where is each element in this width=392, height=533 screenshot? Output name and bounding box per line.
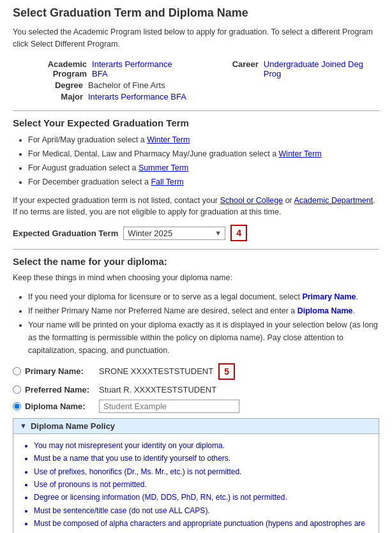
preferred-name-value: Stuart R. XXXXTESTSTUDENT [99, 385, 216, 394]
policy-item-2: Must be a name that you use to identify … [34, 452, 371, 465]
diploma-bullet-1: If you need your diploma for licensure o… [28, 290, 379, 303]
diploma-name-radio[interactable] [13, 402, 21, 410]
policy-item-1: You may not misrepresent your identity o… [34, 439, 371, 452]
graduation-bullet-1: For April/May graduation select a Winter… [28, 133, 379, 146]
policy-box: ▼ Diploma Name Policy You may not misrep… [13, 418, 379, 533]
winter-term-link-1[interactable]: Winter Term [147, 135, 190, 144]
primary-name-label: Primary Name: [25, 366, 95, 376]
policy-item-4: Use of pronouns is not permitted. [34, 478, 371, 491]
degree-value: Bachelor of Fine Arts [88, 80, 165, 90]
academic-info: Academic Program Interarts Performance B… [13, 59, 379, 101]
step-5-badge: 5 [218, 363, 235, 380]
diploma-name-row: Diploma Name: [13, 400, 379, 413]
fall-term-link[interactable]: Fall Term [151, 177, 183, 186]
major-label: Major [13, 92, 83, 101]
policy-item-6: Must be sentence/title case (do not use … [34, 504, 371, 517]
career-value: Undergraduate Joined Deg Prog [264, 59, 379, 79]
diploma-name-label: Diploma Name: [25, 402, 95, 411]
primary-name-radio[interactable] [13, 367, 21, 375]
graduation-term-select[interactable]: Winter 2025 Summer 2025 Fall 2025 [123, 227, 225, 240]
diploma-name-input[interactable] [99, 400, 239, 413]
summer-term-link[interactable]: Summer Term [139, 163, 188, 172]
intro-text: You selected the Academic Program listed… [13, 26, 379, 50]
preferred-name-label: Preferred Name: [25, 385, 95, 394]
diploma-name-link[interactable]: Diploma Name [298, 306, 353, 315]
step-4-badge: 4 [230, 225, 247, 241]
program-label: Academic Program [13, 59, 87, 79]
academic-dept-link[interactable]: Academic Department [294, 196, 373, 205]
diploma-bullet-2: If neither Primary Name nor Preferred Na… [28, 304, 379, 317]
degree-label: Degree [13, 80, 83, 90]
diploma-bullets: If you need your diploma for licensure o… [28, 290, 379, 357]
primary-name-row: Primary Name: SRONE XXXXTESTSTUDENT 5 [13, 363, 379, 380]
graduation-note: If your expected graduation term is not … [13, 195, 379, 219]
policy-header[interactable]: ▼ Diploma Name Policy [13, 419, 379, 434]
policy-item-5: Degree or licensing information (MD, DDS… [34, 491, 371, 504]
diploma-section: Select the name for your diploma: Keep t… [13, 256, 379, 533]
graduation-bullet-2: For Medical, Dental, Law and Pharmacy Ma… [28, 147, 379, 160]
divider-2 [13, 249, 379, 250]
primary-name-link[interactable]: Primary Name [302, 292, 356, 301]
primary-name-value: SRONE XXXXTESTSTUDENT [99, 366, 213, 376]
graduation-term-row: Expected Graduation Term Winter 2025 Sum… [13, 225, 379, 241]
policy-content: You may not misrepresent your identity o… [13, 434, 379, 533]
graduation-bullet-3: For August graduation select a Summer Te… [28, 161, 379, 174]
graduation-term-select-wrapper: Winter 2025 Summer 2025 Fall 2025 ▼ [123, 227, 225, 240]
graduation-term-label: Expected Graduation Term [13, 229, 118, 238]
page-title: Select Graduation Term and Diploma Name [13, 6, 379, 20]
diploma-intro: Keep these things in mind when choosing … [13, 272, 379, 284]
diploma-section-title: Select the name for your diploma: [13, 256, 379, 267]
program-value: Interarts Performance BFA [92, 59, 188, 79]
winter-term-link-2[interactable]: Winter Term [279, 149, 322, 158]
policy-item-7: Must be composed of alpha characters and… [34, 517, 371, 533]
major-value: Interarts Performance BFA [88, 92, 186, 101]
graduation-section-title: Select Your Expected Graduation Term [13, 117, 379, 128]
preferred-name-radio[interactable] [13, 386, 21, 394]
preferred-name-row: Preferred Name: Stuart R. XXXXTESTSTUDEN… [13, 385, 379, 394]
divider-1 [13, 110, 379, 111]
graduation-bullet-4: For December graduation select a Fall Te… [28, 176, 379, 188]
chevron-down-icon: ▼ [20, 422, 27, 430]
graduation-bullets: For April/May graduation select a Winter… [28, 133, 379, 188]
policy-list: You may not misrepresent your identity o… [34, 439, 371, 533]
school-link[interactable]: School or College [220, 196, 283, 205]
policy-header-label: Diploma Name Policy [31, 421, 115, 431]
policy-item-3: Use of prefixes, honorifics (Dr., Ms. Mr… [34, 465, 371, 478]
career-label: Career [188, 59, 259, 69]
diploma-bullet-3: Your name will be printed on your diplom… [28, 319, 379, 357]
